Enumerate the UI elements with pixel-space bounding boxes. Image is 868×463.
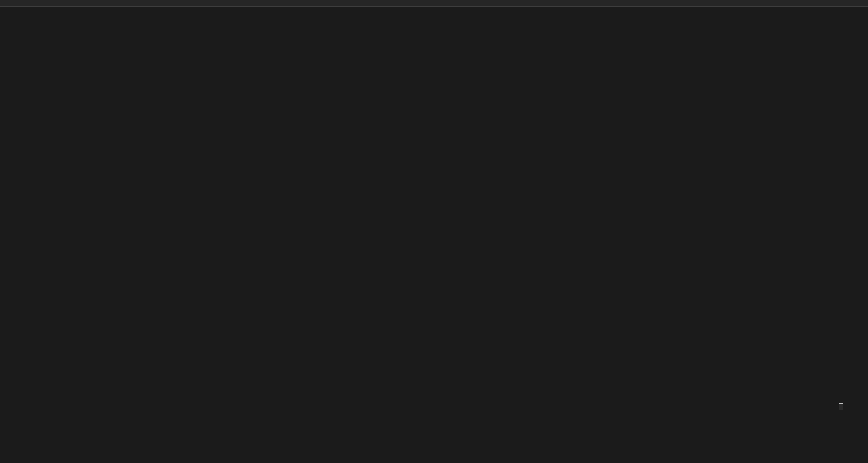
chart-titlebar	[0, 0, 868, 7]
volume-last-tag	[838, 434, 867, 439]
auto-scale-button[interactable]	[839, 403, 843, 410]
chart-window	[0, 0, 868, 463]
chart-canvas[interactable]	[0, 0, 868, 463]
